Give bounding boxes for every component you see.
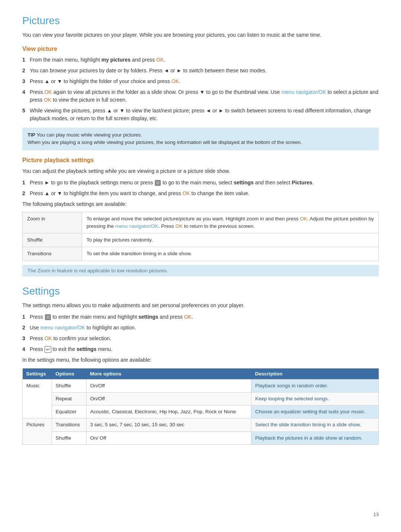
col-header-description: Description [251, 368, 379, 380]
cell-settings-music: Music [23, 379, 52, 418]
settings-step-1: 1 Press ⊡ to enter the main menu and hig… [22, 313, 379, 321]
settings-step-3: 3 Press OK to confirm your selection. [22, 335, 379, 342]
playback-step-2: 2 Press ▲ or ▼ to highlight the item you… [22, 190, 379, 197]
step-3: 3 Press ▲ or ▼ to highlight the folder o… [22, 78, 379, 85]
cell-option-equalizer: Equalizer [52, 405, 86, 418]
step-num-3: 3 [22, 78, 27, 85]
settings-step-num-1: 1 [22, 313, 27, 321]
table-row: Shuffle To play the pictures randomly. [23, 233, 379, 247]
cell-more-shuffle: On/Off [86, 379, 251, 392]
settings-step-num-3: 3 [22, 335, 27, 342]
pictures-intro: You can view your favorite pictures on y… [22, 31, 379, 39]
menu-icon: ⊡ [155, 180, 161, 186]
page-number: 13 [374, 512, 379, 517]
cell-settings-pictures: Pictures [23, 418, 52, 445]
picture-playback-intro: You can adjust the playback setting whil… [22, 167, 379, 175]
zoom-info-box: The Zoom in feature is not applicable to… [22, 265, 379, 276]
playback-step-num-1: 1 [22, 179, 27, 187]
step-1: 1 From the main menu, highlight my pictu… [22, 56, 379, 64]
cell-more-equalizer: Acoustic, Classical, Electronic, Hip Hop… [86, 405, 251, 418]
pictures-title: Pictures [22, 15, 379, 27]
settings-step-text-1: Press ⊡ to enter the main menu and highl… [30, 313, 379, 321]
cell-desc-transitions-settings: Select the slide transition timing in a … [251, 418, 379, 431]
settings-step-2: 2 Use menu navigator/OK to highlight an … [22, 324, 379, 332]
settings-step-4: 4 Press ↩ to exit the settings menu. [22, 345, 379, 353]
picture-playback-heading: Picture playback settings [22, 157, 379, 164]
cell-desc-equalizer: Choose an equalizer setting that suits y… [251, 405, 379, 418]
step-text-1: From the main menu, highlight my picture… [30, 56, 379, 64]
cell-desc-shuffle-music: Playback songs in random order. [251, 379, 379, 392]
cell-more-repeat: On/Off [86, 392, 251, 405]
settings-intro: The settings menu allows you to make adj… [22, 302, 379, 309]
step-2: 2 You can browse your pictures by date o… [22, 67, 379, 75]
table-row: Pictures Transitions 3 sec, 5 sec, 7 sec… [23, 418, 379, 431]
cell-option-transitions: Transitions [52, 418, 86, 431]
tip-line1: You can play music while viewing your pi… [37, 132, 142, 138]
playback-settings-table: Zoom in To enlarge and move the selected… [22, 212, 379, 261]
cell-option-pictures-shuffle: Shuffle [52, 431, 86, 444]
playback-step-text-2: Press ▲ or ▼ to highlight the item you w… [30, 190, 379, 197]
step-num-1: 1 [22, 56, 27, 64]
settings-step-num-2: 2 [22, 324, 27, 332]
step-5: 5 While viewing the pictures, press ▲ or… [22, 107, 379, 122]
step-text-2: You can browse your pictures by date or … [30, 67, 379, 75]
step-text-4: Press OK again to view all pictures in t… [30, 88, 379, 104]
settings-step-text-4: Press ↩ to exit the settings menu. [30, 345, 379, 353]
back-icon: ↩ [45, 346, 51, 353]
cell-option-repeat: Repeat [52, 392, 86, 405]
settings-step-num-4: 4 [22, 345, 27, 353]
step-num-4: 4 [22, 88, 27, 104]
table-row: Repeat On/Off Keep looping the selected … [23, 392, 379, 405]
cell-setting-transitions: Transitions [23, 247, 82, 261]
tip-line2: When you are playing a song while viewin… [27, 139, 302, 145]
step-text-5: While viewing the pictures, press ▲ or ▼… [30, 107, 379, 122]
settings-table: Settings Options More options Descriptio… [22, 368, 379, 445]
playback-step-text-1: Press ► to go to the playback settings m… [30, 179, 379, 187]
step-text-3: Press ▲ or ▼ to highlight the folder of … [30, 78, 379, 85]
table-row: Zoom in To enlarge and move the selected… [23, 212, 379, 233]
cell-desc-zoomin: To enlarge and move the selected picture… [82, 212, 379, 233]
playback-step-num-2: 2 [22, 190, 27, 197]
settings-step-text-3: Press OK to confirm your selection. [30, 335, 379, 342]
table-intro-pictures: The following playback settings are avai… [22, 200, 379, 208]
table-row: Equalizer Acoustic, Classical, Electroni… [23, 405, 379, 418]
playback-step-1: 1 Press ► to go to the playback settings… [22, 179, 379, 187]
cell-more-pictures-shuffle: On/ Off [86, 431, 251, 444]
cell-desc-transitions: To set the slide transition timing in a … [82, 247, 379, 261]
tip-label: TIP [27, 132, 35, 138]
step-4: 4 Press OK again to view all pictures in… [22, 88, 379, 104]
step-num-5: 5 [22, 107, 27, 122]
table-row: Music Shuffle On/Off Playback songs in r… [23, 379, 379, 392]
view-picture-heading: View picture [22, 46, 379, 52]
cell-more-transitions: 3 sec, 5 sec, 7 sec, 10 sec, 15 sec, 30 … [86, 418, 251, 431]
cell-setting-shuffle: Shuffle [23, 233, 82, 247]
settings-title: Settings [22, 285, 379, 297]
col-header-settings: Settings [23, 368, 52, 380]
cell-desc-repeat: Keep looping the selected songs. [251, 392, 379, 405]
tip-box: TIP You can play music while viewing you… [22, 128, 379, 150]
cell-setting-zoomin: Zoom in [23, 212, 82, 233]
table-row: Shuffle On/ Off Playback the pictures in… [23, 431, 379, 444]
table-header-row: Settings Options More options Descriptio… [23, 368, 379, 380]
cell-desc-pictures-shuffle: Playback the pictures in a slide show at… [251, 431, 379, 444]
settings-table-intro: In the settings menu, the following opti… [22, 356, 379, 364]
step-num-2: 2 [22, 67, 27, 75]
col-header-options: Options [52, 368, 86, 380]
settings-step-text-2: Use menu navigator/OK to highlight an op… [30, 324, 379, 332]
menu-icon-settings: ⊡ [45, 314, 51, 320]
col-header-more: More options [86, 368, 251, 380]
cell-desc-shuffle: To play the pictures randomly. [82, 233, 379, 247]
table-row: Transitions To set the slide transition … [23, 247, 379, 261]
cell-option-shuffle: Shuffle [52, 379, 86, 392]
